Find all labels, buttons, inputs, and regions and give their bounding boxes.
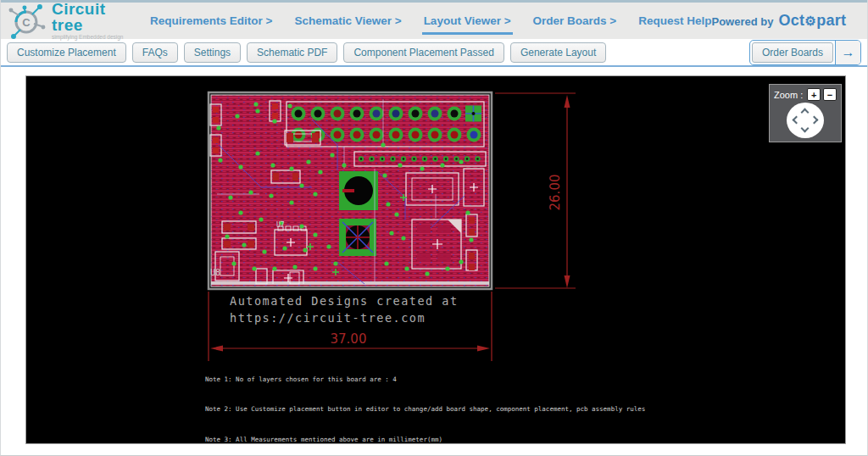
schematic-pdf-button[interactable]: Schematic PDF: [247, 42, 337, 63]
gear-icon: ⚙: [804, 14, 816, 28]
logo-tagline: simplifying Embedded design: [52, 35, 142, 41]
nav-layout-viewer[interactable]: Layout Viewer >: [424, 3, 511, 39]
circuit-tree-logo[interactable]: C Circuit tree simplifying Embedded desi…: [8, 1, 142, 41]
app-window: C Circuit tree simplifying Embedded desi…: [0, 0, 868, 456]
zoom-in-button[interactable]: +: [807, 88, 821, 101]
powered-by: Powered by Oct⚙part: [712, 12, 847, 30]
nav-schematic-viewer[interactable]: Schematic Viewer >: [294, 3, 401, 39]
zoom-label: Zoom :: [774, 90, 803, 100]
mounting-pad-bottom: [339, 219, 376, 256]
logo-title: Circuit tree: [52, 1, 142, 33]
note-1: Note 1: No of layers chosen for this boa…: [205, 375, 397, 383]
pan-up-icon[interactable]: [801, 108, 810, 117]
mounting-pad-top: [339, 171, 378, 210]
pan-right-icon[interactable]: [810, 116, 819, 125]
order-boards-button[interactable]: Order Boards: [752, 42, 833, 63]
settings-button[interactable]: Settings: [184, 42, 241, 63]
toolbar: Customize Placement FAQs Settings Schema…: [1, 39, 867, 67]
powered-by-prefix: Powered by: [712, 15, 774, 28]
layout-canvas[interactable]: U8 U7 26.00 37.00 Automated Designs crea…: [25, 75, 846, 444]
svg-text:C: C: [22, 15, 31, 28]
ref-label-u8: U8: [210, 268, 220, 277]
main-nav: Requirements Editor > Schematic Viewer >…: [150, 3, 712, 39]
dimension-height-value: 26.00: [548, 175, 563, 211]
app-header: C Circuit tree simplifying Embedded desi…: [1, 0, 867, 39]
generate-layout-button[interactable]: Generate Layout: [510, 42, 606, 63]
customize-placement-button[interactable]: Customize Placement: [7, 42, 126, 63]
pan-left-icon[interactable]: [793, 116, 801, 125]
octopart-brand: Oct⚙part: [778, 12, 846, 30]
pan-pad[interactable]: [787, 103, 824, 138]
note-3: Note 3: All Measurements mentioned above…: [205, 436, 442, 443]
component-placement-status-button[interactable]: Component Placement Passed: [343, 42, 504, 63]
board-caption-line2: https://circuit-tree.com: [230, 311, 426, 325]
faqs-button[interactable]: FAQs: [132, 42, 178, 63]
pan-down-icon[interactable]: [801, 125, 810, 133]
order-boards-group: Order Boards →: [749, 40, 861, 65]
order-boards-arrow-icon[interactable]: →: [835, 41, 860, 64]
circuit-tree-logo-icon: C: [8, 3, 47, 39]
pcb-board: U8 U7: [209, 92, 492, 289]
dimension-width-value: 37.00: [331, 331, 367, 347]
nav-order-boards[interactable]: Order Boards >: [533, 3, 617, 39]
zoom-widget: Zoom : + −: [769, 84, 842, 142]
nav-requirements-editor[interactable]: Requirements Editor >: [150, 3, 272, 39]
pcb-drawing: U8 U7 26.00 37.00 Automated Designs crea…: [26, 76, 847, 445]
zoom-out-button[interactable]: −: [823, 88, 837, 101]
nav-request-help[interactable]: Request Help: [638, 3, 711, 39]
note-2: Note 2: Use Customize placement button i…: [205, 405, 645, 413]
board-caption-line1: Automated Designs created at: [230, 294, 459, 308]
ref-label-u7: U7: [276, 221, 285, 229]
dimension-height: 26.00: [495, 93, 576, 288]
